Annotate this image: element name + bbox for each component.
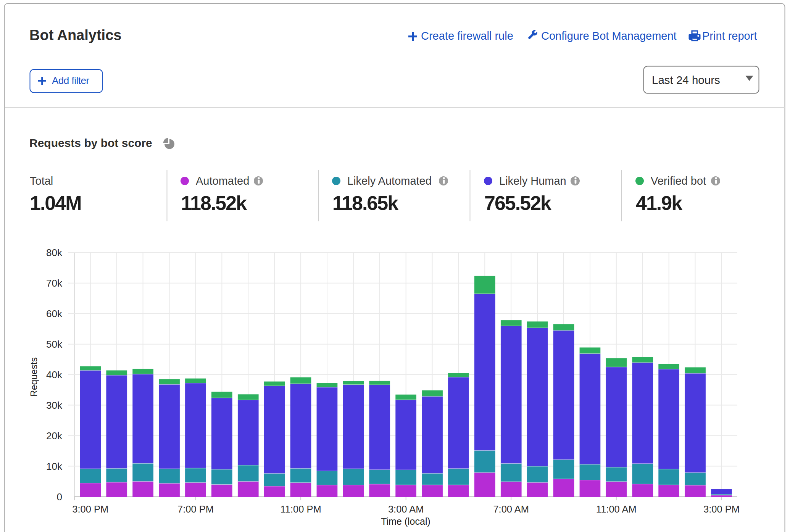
svg-text:118.52k: 118.52k [181,192,247,214]
svg-text:50k: 50k [46,339,63,350]
svg-text:Bot Analytics: Bot Analytics [29,27,121,43]
svg-text:11:00 PM: 11:00 PM [280,504,321,514]
svg-text:41.9k: 41.9k [636,192,682,214]
svg-text:Last 24 hours: Last 24 hours [652,74,720,86]
svg-text:Automated: Automated [196,175,249,187]
svg-text:0: 0 [57,491,62,503]
svg-text:1.04M: 1.04M [30,192,81,214]
svg-text:40k: 40k [46,369,63,380]
svg-text:7:00 AM: 7:00 AM [493,504,529,514]
svg-text:30k: 30k [46,400,63,411]
svg-text:765.52k: 765.52k [484,192,551,214]
svg-text:80k: 80k [46,247,63,258]
svg-text:Configure Bot Management: Configure Bot Management [541,30,677,42]
svg-text:7:00 PM: 7:00 PM [177,504,214,514]
svg-text:60k: 60k [46,308,63,319]
svg-text:10k: 10k [46,461,63,472]
svg-text:11:00 AM: 11:00 AM [596,504,637,514]
svg-text:20k: 20k [46,430,63,442]
svg-text:Requests by bot score: Requests by bot score [29,137,152,149]
svg-text:3:00 PM: 3:00 PM [72,504,108,514]
svg-text:Print report: Print report [702,30,757,42]
svg-text:Add filter: Add filter [52,75,89,86]
svg-text:118.65k: 118.65k [332,192,398,214]
svg-text:Likely Human: Likely Human [499,175,566,187]
svg-text:Likely Automated: Likely Automated [347,175,432,187]
svg-text:3:00 PM: 3:00 PM [703,504,740,514]
svg-text:Requests: Requests [29,357,39,397]
svg-text:Time (local): Time (local) [381,516,430,527]
svg-text:70k: 70k [46,277,63,289]
svg-text:Total: Total [30,175,53,187]
svg-text:3:00 AM: 3:00 AM [388,504,424,514]
svg-text:Create firewall rule: Create firewall rule [421,30,513,42]
svg-text:Verified bot: Verified bot [651,175,706,187]
